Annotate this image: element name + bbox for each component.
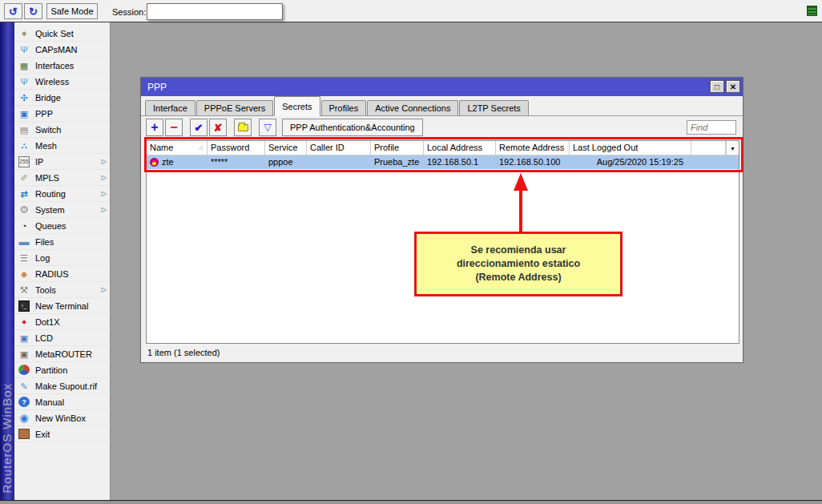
ppp-window: PPP □ ✕ Interface PPPoE Servers Secrets … <box>140 77 743 363</box>
find-input[interactable] <box>687 120 736 135</box>
tab-active-connections[interactable]: Active Connections <box>367 100 458 115</box>
cell-name: zte <box>147 155 208 169</box>
sidebar-item-log[interactable]: ☰Log <box>14 250 110 266</box>
close-icon: ✕ <box>730 83 736 91</box>
comment-button[interactable] <box>234 119 252 136</box>
sidebar-item-mpls[interactable]: ✐MPLS▷ <box>14 170 110 186</box>
window-status-text: 1 item (1 selected) <box>147 348 220 357</box>
tab-interface[interactable]: Interface <box>145 100 195 115</box>
cell-profile: Prueba_zte <box>371 155 424 169</box>
gear-icon: ⚙ <box>18 204 30 216</box>
redo-icon: ↻ <box>29 6 38 18</box>
tab-l2tp-secrets[interactable]: L2TP Secrets <box>459 100 528 115</box>
tab-pppoe-servers[interactable]: PPPoE Servers <box>196 100 273 115</box>
ppp-tabbar: Interface PPPoE Servers Secrets Profiles… <box>141 96 743 116</box>
cell-last-logged-out: Aug/25/2020 15:19:25 <box>570 155 691 169</box>
sidebar-item-bridge[interactable]: ✣Bridge <box>14 90 110 106</box>
sidebar-item-label: Quick Set <box>35 29 74 38</box>
safe-mode-button[interactable]: Safe Mode <box>46 3 98 19</box>
terminal-icon: ›_ <box>18 300 30 312</box>
sidebar-item-mesh[interactable]: ∴Mesh <box>14 138 110 154</box>
sidebar-item-exit[interactable]: Exit <box>14 426 110 442</box>
column-header-service[interactable]: Service <box>265 141 307 155</box>
switch-icon: ▤ <box>18 124 30 135</box>
cross-icon: ✘ <box>214 122 223 134</box>
sidebar-item-label: Tools <box>35 285 56 295</box>
sidebar-item-capsman[interactable]: ΨCAPsMAN <box>14 42 110 58</box>
sidebar-item-label: Switch <box>35 125 61 135</box>
sidebar-item-metarouter[interactable]: ▣MetaROUTER <box>14 346 110 362</box>
sidebar-item-ppp[interactable]: ▣PPP <box>14 106 110 122</box>
sidebar-item-label: New WinBox <box>35 413 86 423</box>
globe-icon: ◉ <box>18 413 30 424</box>
add-button[interactable]: + <box>146 119 163 136</box>
exit-door-icon <box>18 429 30 439</box>
cell-filler <box>691 155 739 169</box>
tab-profiles[interactable]: Profiles <box>321 100 367 115</box>
sidebar-item-files[interactable]: ▬Files <box>14 234 110 250</box>
wand-icon: ✶ <box>18 28 30 39</box>
sidebar-item-label: Bridge <box>35 93 61 103</box>
sidebar-item-new-terminal[interactable]: ›_New Terminal <box>14 298 110 314</box>
column-header-name[interactable]: Name△ <box>147 141 208 155</box>
column-header-remote-address[interactable]: Remote Address <box>496 141 570 155</box>
sidebar-item-partition[interactable]: Partition <box>14 362 110 378</box>
sidebar-item-label: Partition <box>35 365 67 375</box>
sidebar-item-queues[interactable]: ◔Queues <box>14 218 110 234</box>
connection-status-icon <box>807 6 817 16</box>
sidebar-item-label: PPP <box>35 109 53 119</box>
sidebar-item-wireless[interactable]: ΨWireless <box>14 74 110 90</box>
sidebar-item-label: Routing <box>35 189 66 199</box>
sidebar-item-manual[interactable]: ?Manual <box>14 394 110 410</box>
column-header-profile[interactable]: Profile <box>371 141 424 155</box>
redo-button[interactable]: ↻ <box>24 3 42 19</box>
maximize-icon: □ <box>715 83 719 91</box>
ppp-auth-accounting-button[interactable]: PPP Authentication&Accounting <box>282 119 423 136</box>
sidebar-menu: ✶Quick Set ΨCAPsMAN ▦Interfaces ΨWireles… <box>14 26 110 442</box>
maximize-button[interactable]: □ <box>710 80 724 93</box>
sidebar-item-label: Interfaces <box>35 61 74 71</box>
remove-button[interactable]: − <box>165 119 183 136</box>
ppp-window-titlebar[interactable]: PPP □ ✕ <box>141 78 743 96</box>
sidebar-item-radius[interactable]: ☻RADIUS <box>14 266 110 282</box>
sidebar-item-quick-set[interactable]: ✶Quick Set <box>14 26 110 42</box>
sidebar-item-dot1x[interactable]: ✦Dot1X <box>14 314 110 330</box>
sidebar-item-label: LCD <box>35 333 53 343</box>
enable-button[interactable]: ✔ <box>190 119 208 136</box>
lcd-monitor-icon: ▣ <box>18 333 30 344</box>
sidebar-item-make-supout[interactable]: ✎Make Supout.rif <box>14 378 110 394</box>
sidebar-item-interfaces[interactable]: ▦Interfaces <box>14 58 110 74</box>
close-button[interactable]: ✕ <box>726 80 740 93</box>
sidebar-item-label: CAPsMAN <box>35 45 78 54</box>
column-header-password[interactable]: Password <box>208 141 265 155</box>
column-header-local-address[interactable]: Local Address <box>424 141 496 155</box>
sidebar-item-switch[interactable]: ▤Switch <box>14 122 110 138</box>
ip-255-icon: 255 <box>18 156 30 167</box>
column-header-last-logged-out[interactable]: Last Logged Out <box>570 141 691 155</box>
interface-card-icon: ▦ <box>18 60 30 71</box>
sidebar-item-routing[interactable]: ⇄Routing▷ <box>14 186 110 202</box>
chevron-down-icon: ▼ <box>730 146 735 151</box>
table-row[interactable]: zte ***** pppoe Prueba_zte 192.168.50.1 … <box>147 155 739 169</box>
sidebar-item-tools[interactable]: ⚒Tools▷ <box>14 282 110 298</box>
top-toolbar: ↺ ↻ Safe Mode Session: <box>0 0 822 22</box>
filter-button[interactable]: ▽ <box>259 119 276 136</box>
bridge-arrows-icon: ✣ <box>18 92 30 103</box>
session-input[interactable] <box>147 3 283 20</box>
tab-secrets[interactable]: Secrets <box>274 96 320 116</box>
cell-caller-id <box>307 155 371 169</box>
column-header-caller-id[interactable]: Caller ID <box>307 141 371 155</box>
sidebar-item-new-winbox[interactable]: ◉New WinBox <box>14 410 110 426</box>
routing-arrows-icon: ⇄ <box>18 188 30 200</box>
submenu-arrow-icon: ▷ <box>102 190 107 197</box>
metarouter-icon: ▣ <box>18 349 30 360</box>
sidebar-item-ip[interactable]: 255IP▷ <box>14 154 110 170</box>
table-header: Name△ Password Service Caller ID Profile… <box>147 141 739 155</box>
callout-line: Se recomienda usar <box>471 244 566 257</box>
sidebar-item-label: Log <box>35 253 50 263</box>
sidebar-item-lcd[interactable]: ▣LCD <box>14 330 110 346</box>
column-dropdown-button[interactable]: ▼ <box>726 141 739 155</box>
disable-button[interactable]: ✘ <box>209 119 227 136</box>
undo-button[interactable]: ↺ <box>4 3 22 19</box>
sidebar-item-system[interactable]: ⚙System▷ <box>14 202 110 218</box>
